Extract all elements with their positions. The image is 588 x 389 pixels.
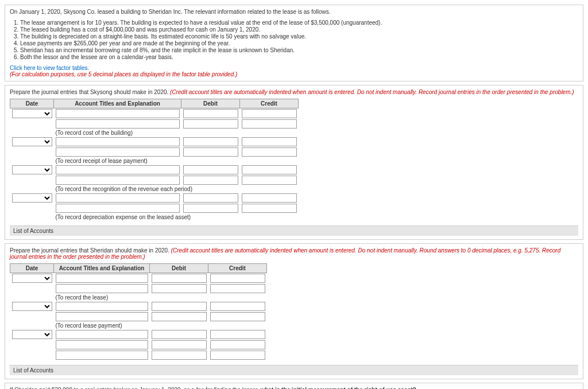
account-input[interactable] [56,274,148,283]
intro-section: On January 1, 2020, Skysong Co. leased a… [5,5,583,81]
col-debit: Debit [181,99,240,108]
debit-input[interactable] [152,302,207,311]
credit-input[interactable] [210,340,265,349]
credit-input[interactable] [242,109,297,118]
intro-lead: On January 1, 2020, Skysong Co. leased a… [10,9,578,15]
account-input[interactable] [56,330,148,339]
debit-input[interactable] [183,204,238,213]
credit-input[interactable] [242,176,297,185]
credit-input[interactable] [242,119,297,129]
entry-caption: (To record the lease) [54,294,267,301]
date-select[interactable] [12,165,52,174]
list-of-accounts-button[interactable]: List of Accounts [10,365,578,375]
account-input[interactable] [56,204,180,213]
table-row [10,203,299,213]
date-select[interactable] [12,193,52,203]
date-select[interactable] [12,109,52,118]
debit-input[interactable] [152,312,207,321]
intro-item: Lease payments are $265,000 per year and… [20,40,578,46]
table-row [10,175,299,185]
col-acct: Account Titles and Explanation [54,99,181,108]
table-row [10,193,299,203]
account-input[interactable] [56,340,148,349]
debit-input[interactable] [152,284,207,293]
entry-caption: (To record receipt of lease payment) [54,157,299,165]
caption-row: (To record the recognition of the revenu… [10,185,299,193]
final-question-section: If Sheridan paid $20,000 to a real estat… [5,383,583,389]
date-select[interactable] [12,137,52,146]
factor-table-link[interactable]: Click here to view factor tables. [10,65,578,71]
intro-item: Sheridan has an incremental borrowing ra… [20,47,578,53]
entry-caption: (To record cost of the building) [54,129,299,137]
final-question: If Sheridan paid $20,000 to a real estat… [10,387,578,389]
intro-item: The leased building has a cost of $4,000… [20,26,578,33]
debit-input[interactable] [152,330,207,339]
account-input[interactable] [56,351,148,360]
date-select[interactable] [12,302,52,311]
entry-caption: (To record the recognition of the revenu… [54,185,299,193]
debit-input[interactable] [183,137,238,146]
account-input[interactable] [56,302,148,311]
credit-input[interactable] [242,147,297,157]
col-date: Date [10,99,54,108]
col-acct: Account Titles and Explanation [54,264,150,273]
table-row [10,283,267,294]
table-header-row: Date Account Titles and Explanation Debi… [10,99,299,108]
credit-input[interactable] [242,193,297,203]
date-select[interactable] [12,274,52,283]
date-select[interactable] [12,330,52,339]
intro-list: The lease arrangement is for 10 years. T… [10,20,578,60]
sheridan-section: Prepare the journal entries that Sherida… [5,243,583,379]
debit-input[interactable] [183,193,238,203]
account-input[interactable] [56,109,180,118]
credit-input[interactable] [210,284,265,293]
table-row [10,165,299,175]
credit-input[interactable] [210,274,265,283]
credit-input[interactable] [242,165,297,174]
caption-row: (To record depreciation expense on the l… [10,213,299,221]
account-input[interactable] [56,165,180,174]
account-input[interactable] [56,312,148,321]
credit-input[interactable] [210,302,265,311]
prompt-plain: Prepare the journal entries that Skysong… [10,89,170,95]
sheridan-journal-table: Date Account Titles and Explanation Debi… [10,263,267,360]
debit-input[interactable] [152,351,207,360]
intro-item: The lease arrangement is for 10 years. T… [20,20,578,26]
skysong-journal-table: Date Account Titles and Explanation Debi… [10,99,299,221]
table-row [10,350,267,360]
debit-input[interactable] [183,147,238,157]
table-row [10,147,299,157]
q-bold: what is the initial measurement of the r… [260,387,416,389]
intro-item: Both the lessor and the lessee are on a … [20,54,578,60]
intro-item: The building is depreciated on a straigh… [20,33,578,40]
debit-input[interactable] [152,274,207,283]
table-row [10,301,267,312]
col-credit: Credit [240,99,299,108]
account-input[interactable] [56,137,180,146]
credit-input[interactable] [210,330,265,339]
entry-caption: (To record depreciation expense on the l… [54,213,299,221]
caption-row: (To record receipt of lease payment) [10,157,299,165]
skysong-section: Prepare the journal entries that Skysong… [5,85,583,240]
skysong-prompt: Prepare the journal entries that Skysong… [10,89,578,95]
account-input[interactable] [56,119,180,129]
credit-input[interactable] [210,312,265,321]
debit-input[interactable] [183,165,238,174]
debit-input[interactable] [183,109,238,118]
account-input[interactable] [56,193,180,203]
q-plain: If Sheridan paid $20,000 to a real estat… [10,387,260,389]
account-input[interactable] [56,176,180,185]
account-input[interactable] [56,284,148,293]
debit-input[interactable] [183,119,238,129]
credit-input[interactable] [242,137,297,146]
credit-input[interactable] [242,204,297,213]
list-of-accounts-button[interactable]: List of Accounts [10,225,578,236]
account-input[interactable] [56,147,180,157]
credit-input[interactable] [210,351,265,360]
table-row [10,108,299,119]
debit-input[interactable] [183,176,238,185]
prompt-red: (Credit account titles are automatically… [170,89,574,95]
col-date: Date [10,264,54,273]
debit-input[interactable] [152,340,207,349]
table-row [10,312,267,322]
